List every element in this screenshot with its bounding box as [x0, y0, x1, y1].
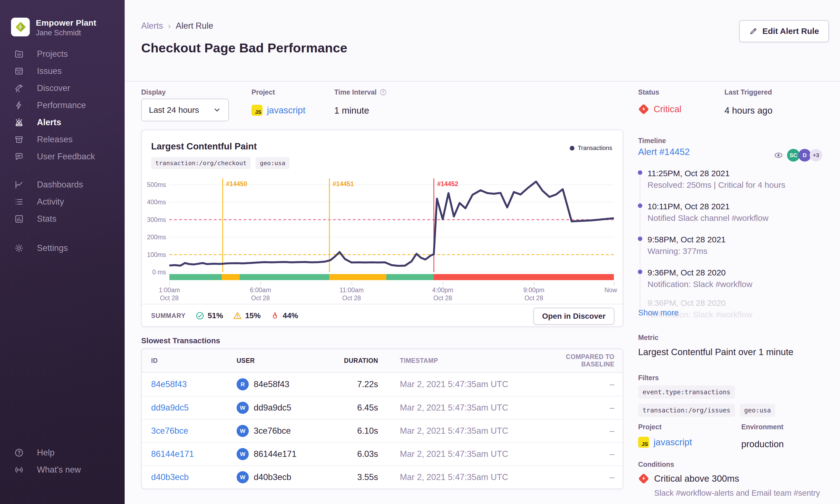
slowest-transactions-heading: Slowest Transactions: [141, 336, 220, 345]
flame-glyph: [640, 106, 647, 112]
sidebar-item-label: Help: [37, 448, 55, 458]
check-circle-icon: [196, 311, 204, 320]
transaction-id-link[interactable]: 86144e171: [151, 449, 194, 459]
discover-button-label: Open in Discover: [542, 312, 606, 321]
environment-label: Environment: [741, 423, 784, 431]
alert-number-link[interactable]: Alert #14452: [638, 147, 690, 157]
chart-title: Largest Contentful Paint: [151, 141, 257, 151]
status-strip-segment: [434, 274, 614, 280]
transaction-id-link[interactable]: d40b3ecb: [151, 472, 189, 482]
y-axis-tick-label: 0 ms: [144, 269, 166, 276]
user-avatar: R: [237, 378, 249, 391]
status-label: Status: [638, 88, 659, 96]
time-interval-value-text: 1 minute: [334, 105, 369, 116]
timeline-event-time: 9:36PM, Oct 28 2020: [647, 268, 726, 277]
timestamp-cell: Mar 2, 2021 5:47:35am UTC: [378, 426, 533, 436]
sidebar-item-label: Issues: [37, 66, 62, 76]
transaction-id-link[interactable]: 3ce76bce: [151, 426, 188, 436]
display-range-value: Last 24 hours: [149, 105, 199, 115]
sidebar-item-label: Performance: [37, 101, 86, 110]
timeline-event-description: Resolved: 250ms | Critical for 4 hours: [647, 180, 785, 190]
chart-svg: [169, 178, 614, 272]
chart-filter-tags: transaction:/org/checkoutgeo:usa: [151, 157, 289, 169]
x-axis-tick-label: 6:00amOct 28: [250, 286, 271, 302]
sidebar-item-label: Projects: [37, 49, 68, 59]
status-strip: [169, 274, 614, 280]
issues-icon: [14, 67, 24, 76]
metric-label: Metric: [638, 334, 659, 342]
last-triggered-label: Last Triggered: [725, 88, 772, 96]
incident-line-label[interactable]: #14452: [437, 180, 458, 188]
breadcrumb-alerts-link[interactable]: Alerts: [141, 21, 163, 31]
question-circle-icon[interactable]: [379, 89, 387, 96]
transaction-id-link[interactable]: 84e58f43: [151, 379, 187, 389]
display-range-dropdown[interactable]: Last 24 hours: [141, 99, 229, 121]
sidebar-item-user-feedback[interactable]: User Feedback: [0, 148, 125, 165]
x-axis-tick: [260, 282, 261, 285]
column-header-baseline: COMPARED TO BASELINE: [533, 353, 614, 368]
duration-cell: 7.22s: [319, 379, 378, 389]
releases-icon: [14, 135, 24, 144]
flame-glyph: [640, 475, 647, 482]
settings-icon: [14, 244, 24, 253]
x-axis-tick-label: 4:00pmOct 28: [432, 286, 453, 302]
column-header-id: ID: [151, 357, 237, 364]
time-interval-value: 1 minute: [334, 105, 369, 116]
timestamp-cell: Mar 2, 2021 5:47:35am UTC: [378, 472, 533, 482]
status-badge: Critical: [638, 104, 681, 115]
sidebar-item-help[interactable]: Help: [0, 444, 125, 461]
edit-alert-rule-button[interactable]: Edit Alert Rule: [739, 20, 829, 42]
detail-project-value: JS javascript: [638, 437, 692, 448]
sidebar-item-label: Activity: [37, 197, 64, 207]
discover-icon: [14, 84, 24, 93]
sidebar-item-what-s-new[interactable]: What's new: [0, 461, 125, 479]
project-link[interactable]: javascript: [267, 105, 305, 115]
sidebar-item-activity[interactable]: Activity: [0, 193, 125, 210]
sidebar-item-stats[interactable]: Stats: [0, 210, 125, 228]
sidebar-item-performance[interactable]: Performance: [0, 97, 125, 114]
timeline-dot: [638, 170, 642, 175]
incident-line-label[interactable]: #14451: [333, 180, 354, 188]
timeline-dot: [638, 270, 642, 274]
transaction-id-link[interactable]: dd9a9dc5: [151, 403, 189, 412]
table-header-row: ID USER DURATION TIMESTAMP COMPARED TO B…: [142, 349, 623, 373]
user-avatar: W: [237, 471, 249, 483]
org-logo[interactable]: [11, 18, 30, 36]
condition-critical-diamond-icon: [638, 473, 649, 484]
org-name[interactable]: Empower Plant: [36, 18, 96, 28]
timestamp-cell: Mar 2, 2021 5:47:35am UTC: [378, 403, 533, 413]
whats-new-icon: [14, 465, 24, 474]
column-header-duration: DURATION: [319, 357, 378, 364]
status-value: Critical: [654, 104, 681, 114]
user-id: 86144e171: [254, 449, 297, 459]
x-axis-tick: [169, 282, 170, 285]
lcp-chart-plot[interactable]: [169, 178, 614, 272]
sidebar-item-alerts[interactable]: Alerts: [0, 114, 125, 131]
x-axis-tick-label: Now: [604, 286, 617, 294]
sidebar-item-label: What's new: [37, 465, 81, 475]
sidebar-item-projects[interactable]: Projects: [0, 46, 125, 62]
sidebar-item-settings[interactable]: Settings: [0, 239, 125, 257]
main-content: Alerts › Alert Rule Checkout Page Bad Pe…: [125, 0, 840, 504]
sidebar-item-releases[interactable]: Releases: [0, 131, 125, 148]
sidebar-item-discover[interactable]: Discover: [0, 80, 125, 97]
critical-diamond-icon: [638, 104, 649, 115]
legend-series-dot: [570, 146, 574, 150]
timeline-dot: [638, 203, 642, 208]
timeline-event-time: 11:25PM, Oct 28 2021: [647, 169, 730, 178]
last-triggered-value: 4 hours ago: [725, 105, 772, 116]
open-in-discover-button[interactable]: Open in Discover: [533, 308, 614, 325]
sidebar-item-issues[interactable]: Issues: [0, 62, 125, 80]
fire-icon: [270, 311, 279, 320]
incident-line-label[interactable]: #14450: [226, 180, 247, 188]
show-more-link[interactable]: Show more: [638, 308, 679, 317]
empower-plant-logo-icon: [13, 20, 28, 34]
sidebar-item-label: Releases: [37, 134, 73, 144]
sidebar-item-dashboards[interactable]: Dashboards: [0, 176, 125, 193]
sidebar-item-label: Dashboards: [37, 180, 83, 190]
user-id: dd9a9dc5: [254, 403, 291, 413]
user-avatar: W: [237, 402, 249, 414]
watcher-avatar: SC: [787, 149, 800, 162]
project-value-row: JS javascript: [251, 105, 305, 116]
detail-project-link[interactable]: javascript: [654, 437, 692, 448]
